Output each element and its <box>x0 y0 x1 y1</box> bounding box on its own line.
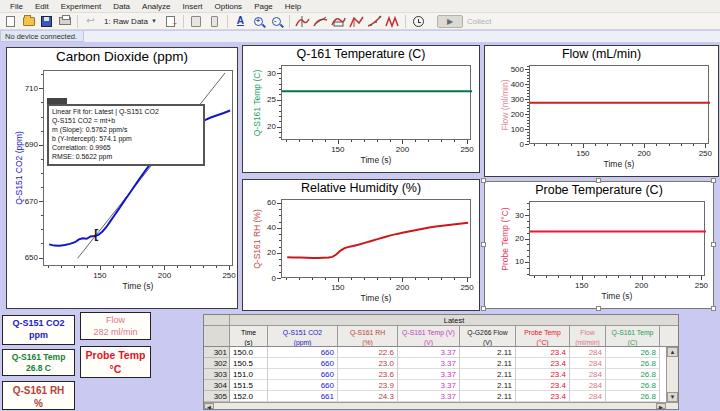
column-header-0[interactable]: Time(s) <box>230 326 268 346</box>
linear-fit-annotation[interactable]: Linear Fit for: Latest | Q-S151 CO2 Q-S1… <box>47 104 205 166</box>
graph-panel-probe[interactable]: Probe Temperature (C) 150200250102030Tim… <box>484 181 714 309</box>
table-cell[interactable]: 284 <box>570 347 606 358</box>
selection-handle[interactable] <box>481 242 486 247</box>
scroll-left-button[interactable]: ◀ <box>204 403 214 409</box>
collect-button[interactable]: ▶ <box>437 15 463 28</box>
graph-panel-co2[interactable]: Carbon Dioxide (ppm) Linear Fit for: Lat… <box>6 47 238 309</box>
menu-item-insert[interactable]: Insert <box>177 1 209 12</box>
selection-handle[interactable] <box>711 178 716 183</box>
autoscale-button[interactable]: A <box>233 15 248 28</box>
graph-panel-flow[interactable]: Flow (mL/min) 1502002500100200300400500T… <box>484 45 719 177</box>
next-page-button[interactable] <box>163 15 178 28</box>
plot-area-probe[interactable] <box>529 201 705 276</box>
curve-fit-button[interactable] <box>367 15 382 28</box>
table-cell[interactable]: 23.0 <box>338 358 398 369</box>
table-cell[interactable]: 3.37 <box>398 358 460 369</box>
meter-flow[interactable]: Flow 282 ml/min <box>80 312 151 340</box>
page-selector[interactable]: 1: Raw Data ▼ <box>101 16 160 27</box>
table-cell[interactable]: 284 <box>570 358 606 369</box>
plot-area-rh[interactable] <box>281 199 471 278</box>
table-cell[interactable]: 151.5 <box>230 380 268 391</box>
table-cell[interactable]: 2.11 <box>460 358 516 369</box>
table-cell[interactable]: 284 <box>570 380 606 391</box>
table-cell[interactable]: 23.4 <box>516 358 570 369</box>
table-cell[interactable]: 660 <box>268 380 338 391</box>
graph-panel-rh[interactable]: Relative Humidity (%) 1502002500204060Ti… <box>242 179 480 311</box>
table-cell[interactable]: 23.9 <box>338 380 398 391</box>
table-cell[interactable]: 23.4 <box>516 391 570 402</box>
table-cell[interactable]: 151.0 <box>230 369 268 380</box>
column-header-1[interactable]: Q-S151 CO2(ppm) <box>268 326 338 346</box>
column-header-5[interactable]: Probe Temp(°C) <box>516 326 570 346</box>
meter-probe-temp[interactable]: Probe Temp °C <box>80 346 151 378</box>
table-cell[interactable]: 22.6 <box>338 347 398 358</box>
column-header-4[interactable]: Q-G266 Flow(V) <box>460 326 516 346</box>
sensor-setup-button[interactable] <box>207 15 222 28</box>
plot-area-flow[interactable] <box>529 65 709 144</box>
table-cell[interactable]: 284 <box>570 391 606 402</box>
plot-area-co2[interactable] <box>43 70 233 266</box>
menu-item-help[interactable]: Help <box>279 1 307 12</box>
table-cell[interactable]: 660 <box>268 369 338 380</box>
table-cell[interactable]: 660 <box>268 347 338 358</box>
table-row[interactable]: 302150.566023.03.372.1123.428426.8 <box>204 358 678 369</box>
menu-item-experiment[interactable]: Experiment <box>55 1 107 12</box>
horizontal-scrollbar[interactable]: ◀ ▶ <box>204 402 678 409</box>
plot-area-temp161[interactable] <box>281 65 471 140</box>
column-header-6[interactable]: Flow(ml/min) <box>570 326 606 346</box>
table-cell[interactable]: 23.6 <box>338 369 398 380</box>
table-cell[interactable]: 150.0 <box>230 347 268 358</box>
meter-co2[interactable]: Q-S151 CO2 ppm <box>2 315 75 345</box>
table-cell[interactable]: 26.8 <box>606 380 660 391</box>
table-row[interactable]: 301150.066022.63.372.1123.428426.8 <box>204 347 678 358</box>
selection-handle[interactable] <box>481 306 486 311</box>
column-header-2[interactable]: Q-S161 RH(%) <box>338 326 398 346</box>
examine-button[interactable] <box>295 15 310 28</box>
scroll-up-button[interactable]: ▲ <box>667 347 678 357</box>
selection-handle[interactable] <box>596 306 601 311</box>
data-collection-button[interactable] <box>411 15 426 28</box>
scroll-down-button[interactable]: ▼ <box>667 392 678 402</box>
statistics-button[interactable] <box>331 15 346 28</box>
table-cell[interactable]: 3.37 <box>398 369 460 380</box>
data-table[interactable]: Latest Time(s)Q-S151 CO2(ppm)Q-S161 RH(%… <box>203 314 679 410</box>
table-cell[interactable]: 3.37 <box>398 391 460 402</box>
vertical-scrollbar[interactable]: ▲▼ <box>666 347 678 402</box>
table-cell[interactable]: 284 <box>570 369 606 380</box>
table-cell[interactable]: 26.8 <box>606 369 660 380</box>
new-file-button[interactable] <box>3 15 18 28</box>
tangent-button[interactable] <box>313 15 328 28</box>
column-header-7[interactable]: Q-S161 Temp(C) <box>606 326 660 346</box>
table-cell[interactable]: 26.8 <box>606 391 660 402</box>
table-row[interactable]: 305152.066124.33.372.1123.428426.8 <box>204 391 678 402</box>
table-cell[interactable]: 3.37 <box>398 347 460 358</box>
table-cell[interactable]: 2.11 <box>460 380 516 391</box>
table-cell[interactable]: 150.5 <box>230 358 268 369</box>
table-cell[interactable]: 26.8 <box>606 358 660 369</box>
table-cell[interactable]: 2.11 <box>460 347 516 358</box>
table-cell[interactable]: 2.11 <box>460 391 516 402</box>
print-button[interactable] <box>57 15 72 28</box>
table-cell[interactable]: 152.0 <box>230 391 268 402</box>
selection-handle[interactable] <box>481 178 486 183</box>
menu-item-options[interactable]: Options <box>209 1 249 12</box>
selection-handle[interactable] <box>711 242 716 247</box>
selection-handle[interactable] <box>711 306 716 311</box>
open-file-button[interactable] <box>21 15 36 28</box>
menu-item-data[interactable]: Data <box>107 1 136 12</box>
table-cell[interactable]: 23.4 <box>516 369 570 380</box>
selection-handle[interactable] <box>596 178 601 183</box>
fit-range-bracket[interactable]: [ <box>94 229 98 239</box>
menu-item-page[interactable]: Page <box>248 1 279 12</box>
zoom-out-button[interactable]: - <box>269 15 284 28</box>
graph-panel-temp161[interactable]: Q-161 Temperature (C) 150200250202530Tim… <box>242 45 480 173</box>
table-cell[interactable]: 3.37 <box>398 380 460 391</box>
table-cell[interactable]: 23.4 <box>516 380 570 391</box>
meter-temp161[interactable]: Q-S161 Temp 26.8 C <box>2 349 75 376</box>
table-cell[interactable]: 660 <box>268 358 338 369</box>
table-cell[interactable]: 2.11 <box>460 369 516 380</box>
annotation-handle-icon[interactable] <box>47 98 61 104</box>
save-button[interactable] <box>39 15 54 28</box>
integral-button[interactable] <box>349 15 364 28</box>
table-cell[interactable]: 23.4 <box>516 347 570 358</box>
